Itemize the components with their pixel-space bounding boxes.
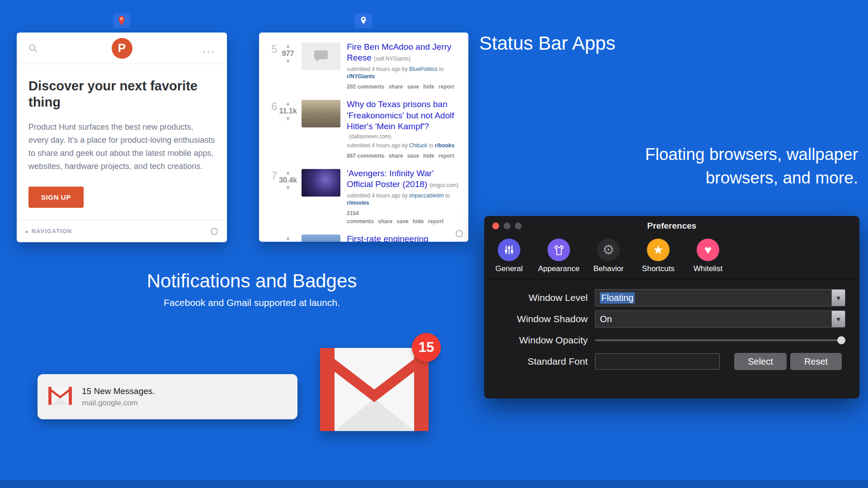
post-to-text: to xyxy=(445,192,450,199)
sign-up-button[interactable]: SIGN UP xyxy=(28,187,84,208)
circle-button[interactable] xyxy=(456,230,463,237)
close-button[interactable] xyxy=(492,223,499,230)
chevron-right-icon: ▸ xyxy=(26,229,29,234)
navigation-label: NAVIGATION xyxy=(32,228,72,235)
window-shadow-label: Window Shadow xyxy=(484,314,595,324)
tab-whitelist-label: Whitelist xyxy=(693,264,722,273)
reddit-post-row: 7 ▲ 30.4k ▼ 'Avengers: Infinity War' Off… xyxy=(259,164,468,230)
post-thumbnail-news[interactable] xyxy=(302,100,340,127)
self-post-bubble-icon xyxy=(313,48,329,65)
post-submitted-text: submitted 4 hours ago by xyxy=(347,66,408,72)
gmail-envelope-icon xyxy=(320,348,429,431)
post-rank: 5 xyxy=(265,42,277,91)
post-rank: 6 xyxy=(265,99,277,160)
post-score: 11.1k xyxy=(277,107,299,115)
tab-shortcuts-label: Shortcuts xyxy=(642,264,675,273)
post-report-link[interactable]: report xyxy=(439,84,454,90)
post-comments-link[interactable]: 867 comments xyxy=(347,153,384,159)
circle-button[interactable] xyxy=(211,228,218,235)
sliders-icon xyxy=(503,244,515,256)
window-title: Preferences xyxy=(647,221,697,231)
reset-font-button[interactable]: Reset xyxy=(790,353,842,370)
downvote-icon[interactable]: ▼ xyxy=(277,115,299,122)
post-thumbnail-poster[interactable] xyxy=(302,169,340,197)
notifications-title: Notifications and Badges xyxy=(116,270,387,292)
product-hunt-pin-icon: P xyxy=(117,15,127,26)
post-subreddit-link[interactable]: r/books xyxy=(435,142,454,149)
post-save-link[interactable]: save xyxy=(407,84,419,90)
tab-behavior-label: Behavior xyxy=(593,264,623,273)
post-hide-link[interactable]: hide xyxy=(423,84,434,90)
post-subreddit-link[interactable]: r/movies xyxy=(347,200,369,206)
standard-font-label: Standard Font xyxy=(484,356,595,367)
post-to-text: to xyxy=(429,142,433,149)
select-font-button[interactable]: Select xyxy=(734,353,787,370)
post-report-link[interactable]: report xyxy=(428,218,443,225)
post-comments-link[interactable]: 2154 comments xyxy=(347,210,374,225)
upvote-icon[interactable]: ▲ xyxy=(277,100,299,107)
ellipsis-menu-icon[interactable]: … xyxy=(202,46,215,51)
tab-behavior[interactable]: ⚙ Behavior xyxy=(584,239,633,273)
post-author-link[interactable]: Chituck xyxy=(409,142,427,149)
upvote-icon[interactable]: ▲ xyxy=(277,42,299,49)
post-save-link[interactable]: save xyxy=(396,218,409,225)
upvote-icon[interactable]: ▲ xyxy=(277,235,299,241)
post-to-text: to xyxy=(439,66,443,72)
post-hide-link[interactable]: hide xyxy=(413,218,424,225)
chevron-down-icon[interactable]: ▾ xyxy=(831,290,845,306)
post-thumbnail-self[interactable] xyxy=(302,42,340,70)
post-score: 977 xyxy=(277,49,299,58)
upvote-icon[interactable]: ▲ xyxy=(277,169,299,176)
post-title-link[interactable]: Why do Texas prisons ban 'Freakonomics' … xyxy=(347,99,454,131)
tab-general[interactable]: General xyxy=(484,239,534,273)
post-title-link[interactable]: First-rate engineering xyxy=(347,234,429,242)
window-shadow-dropdown[interactable]: On ▾ xyxy=(595,310,845,328)
tab-shortcuts[interactable]: ★ Shortcuts xyxy=(633,239,683,273)
downvote-icon[interactable]: ▼ xyxy=(277,58,299,65)
gmail-notification[interactable]: 15 New Messages. mail.google.com xyxy=(38,374,297,419)
zoom-button[interactable] xyxy=(515,223,522,230)
reddit-post-row: 5 ▲ 977 ▼ Fire Ben McAdoo and Jerry Rees… xyxy=(259,38,468,95)
notifications-heading-block: Notifications and Badges Facebook and Gm… xyxy=(116,270,387,308)
tab-appearance[interactable]: Appearance xyxy=(534,239,584,273)
post-domain: (imgur.com) xyxy=(429,182,458,188)
unread-count-badge: 15 xyxy=(412,333,441,362)
post-report-link[interactable]: report xyxy=(439,153,454,159)
post-share-link[interactable]: share xyxy=(378,218,392,225)
search-icon[interactable] xyxy=(28,44,38,53)
statusbar-item-reddit[interactable] xyxy=(355,14,372,28)
post-thumbnail[interactable] xyxy=(302,235,340,242)
post-author-link[interactable]: impeccabletim xyxy=(409,192,444,199)
post-save-link[interactable]: save xyxy=(407,153,419,159)
post-domain: (dallasnews.com) xyxy=(349,133,391,140)
window-opacity-label: Window Opacity xyxy=(484,335,595,346)
post-title-link[interactable]: 'Avengers: Infinity War' Official Poster… xyxy=(347,169,434,189)
statusbar-item-product-hunt[interactable]: P xyxy=(113,14,130,28)
floating-heading-line2: browsers, and more. xyxy=(645,166,858,190)
window-level-dropdown[interactable]: Floating ▾ xyxy=(595,289,845,306)
post-rank xyxy=(265,234,277,242)
reddit-pin-icon xyxy=(359,16,368,26)
navigation-toggle[interactable]: ▸NAVIGATION xyxy=(26,228,72,235)
post-domain: (self.NYGiants) xyxy=(374,56,410,62)
minimize-button[interactable] xyxy=(504,223,510,230)
post-share-link[interactable]: share xyxy=(388,84,403,90)
downvote-icon[interactable]: ▼ xyxy=(277,184,299,191)
status-bar-apps-heading: Status Bar Apps xyxy=(479,33,615,54)
post-share-link[interactable]: share xyxy=(388,153,403,159)
tab-whitelist[interactable]: ♥ Whitelist xyxy=(683,239,733,273)
heart-icon: ♥ xyxy=(704,244,712,256)
notification-source: mail.google.com xyxy=(82,399,155,408)
post-author-link[interactable]: BluePolitico xyxy=(409,66,438,72)
slider-knob[interactable] xyxy=(837,336,845,344)
post-subreddit-link[interactable]: r/NYGiants xyxy=(347,73,375,80)
window-level-label: Window Level xyxy=(484,292,595,303)
post-comments-link[interactable]: 202 comments xyxy=(347,84,384,90)
svg-text:P: P xyxy=(120,17,123,21)
post-hide-link[interactable]: hide xyxy=(423,153,434,159)
window-opacity-slider[interactable] xyxy=(595,336,845,344)
preferences-window: Preferences General Appearance xyxy=(484,216,859,399)
chevron-down-icon[interactable]: ▾ xyxy=(831,311,845,327)
standard-font-field[interactable] xyxy=(595,353,720,370)
gear-icon: ⚙ xyxy=(603,243,615,257)
